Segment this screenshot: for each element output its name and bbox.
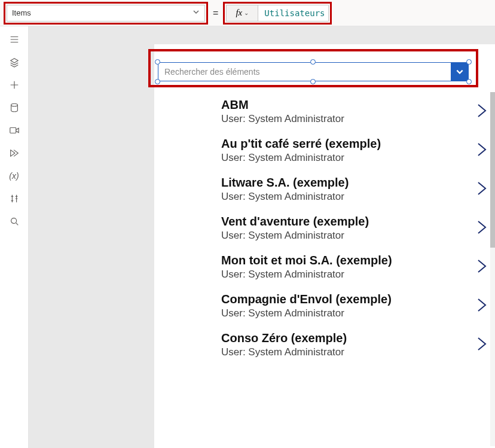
main-area: (x) Rechercher des éléments ABMUser: Sys…: [0, 26, 495, 448]
list-item-subtitle: User: System Administrator: [221, 307, 472, 319]
chevron-right-icon[interactable]: [476, 219, 488, 238]
list-item-subtitle: User: System Administrator: [221, 152, 472, 164]
power-automate-icon[interactable]: [8, 147, 20, 159]
chevron-down-icon: [192, 8, 200, 17]
fx-label: fx: [236, 8, 242, 18]
tools-icon[interactable]: [8, 193, 20, 205]
list-item[interactable]: Compagnie d'Envol (exemple)User: System …: [221, 287, 495, 325]
list-item[interactable]: Vent d'aventure (exemple)User: System Ad…: [221, 209, 495, 248]
list-item-title: Litware S.A. (exemple): [221, 176, 472, 190]
selection-handle[interactable]: [466, 79, 472, 84]
chevron-down-icon: ⌄: [244, 10, 249, 16]
chevron-right-icon[interactable]: [476, 141, 488, 160]
formula-input[interactable]: Utilisateurs: [258, 5, 329, 22]
list-item-subtitle: User: System Administrator: [221, 191, 472, 203]
list-item[interactable]: ABMUser: System Administrator: [221, 92, 495, 131]
search-icon[interactable]: [8, 215, 20, 227]
list-item[interactable]: Au p'tit café serré (exemple)User: Syste…: [221, 131, 495, 170]
selection-handle[interactable]: [466, 59, 472, 65]
selection-handle[interactable]: [155, 59, 160, 65]
list-item[interactable]: Litware S.A. (exemple)User: System Admin…: [221, 170, 495, 209]
list-item-subtitle: User: System Administrator: [221, 113, 472, 125]
combobox-placeholder: Rechercher des éléments: [164, 67, 260, 77]
chevron-right-icon[interactable]: [476, 258, 488, 277]
scrollbar-thumb[interactable]: [490, 92, 495, 248]
list-item-title: Au p'tit café serré (exemple): [221, 137, 472, 151]
list-item-subtitle: User: System Administrator: [221, 269, 472, 281]
svg-point-0: [11, 103, 17, 106]
svg-point-2: [11, 218, 16, 224]
list-item-title: Mon toit et moi S.A. (exemple): [221, 254, 472, 267]
chevron-right-icon[interactable]: [476, 336, 488, 355]
formula-highlight: fx ⌄ Utilisateurs: [223, 2, 332, 25]
design-canvas[interactable]: Rechercher des éléments ABMUser: System …: [29, 26, 495, 448]
chevron-right-icon[interactable]: [476, 180, 488, 199]
selection-handle[interactable]: [310, 79, 316, 84]
combobox-input[interactable]: Rechercher des éléments: [158, 62, 451, 81]
media-icon[interactable]: [8, 124, 20, 136]
list-item[interactable]: Conso Zéro (exemple)User: System Adminis…: [221, 325, 495, 364]
combobox-chevron-button[interactable]: [451, 62, 469, 81]
svg-rect-1: [10, 128, 16, 133]
hamburger-icon[interactable]: [8, 33, 20, 45]
fx-button[interactable]: fx ⌄: [226, 5, 258, 22]
scrollbar[interactable]: [490, 92, 495, 446]
formula-value: Utilisateurs: [264, 8, 325, 18]
gallery: ABMUser: System AdministratorAu p'tit ca…: [221, 92, 495, 446]
list-item[interactable]: Mon toit et moi S.A. (exemple)User: Syst…: [221, 248, 495, 287]
chevron-right-icon[interactable]: [476, 297, 488, 316]
selection-handle[interactable]: [310, 59, 316, 65]
side-rail: (x): [0, 26, 29, 448]
layers-icon[interactable]: [8, 56, 20, 68]
selection-handle[interactable]: [155, 79, 160, 84]
list-item-title: ABM: [221, 98, 472, 112]
variable-icon[interactable]: (x): [8, 170, 20, 182]
list-item-subtitle: User: System Administrator: [221, 346, 472, 358]
chevron-right-icon[interactable]: [476, 102, 488, 121]
formula-bar: Items = fx ⌄ Utilisateurs: [0, 0, 495, 26]
plus-icon[interactable]: [8, 79, 20, 91]
list-item-title: Compagnie d'Envol (exemple): [221, 292, 472, 306]
list-item-title: Conso Zéro (exemple): [221, 331, 472, 345]
property-dropdown-highlight: Items: [4, 2, 208, 25]
equals-sign: =: [212, 8, 219, 19]
property-dropdown[interactable]: Items: [7, 5, 205, 22]
list-item-subtitle: User: System Administrator: [221, 230, 472, 242]
database-icon[interactable]: [8, 102, 20, 114]
list-item-title: Vent d'aventure (exemple): [221, 215, 472, 228]
property-dropdown-value: Items: [12, 8, 31, 17]
